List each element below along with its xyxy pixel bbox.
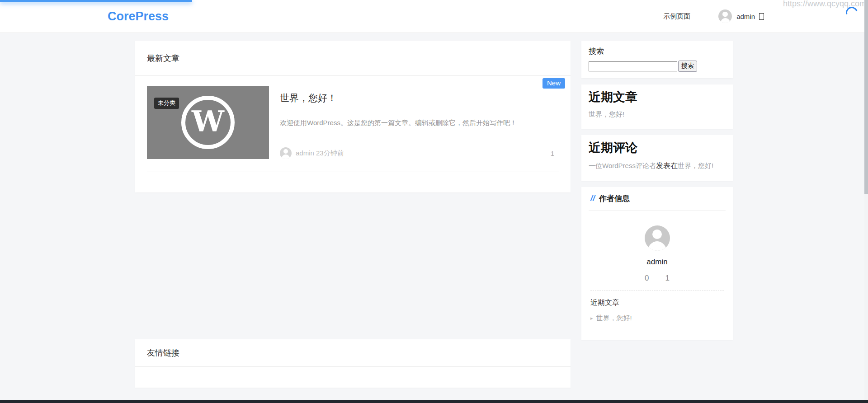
- post-meta-text: admin 23分钟前: [296, 149, 344, 158]
- post-author-avatar: [280, 147, 292, 159]
- friend-links-card: 友情链接: [135, 339, 571, 388]
- wordpress-logo-icon: W: [181, 96, 235, 149]
- search-input[interactable]: [589, 61, 677, 71]
- author-info-title: 作者信息: [599, 193, 630, 204]
- recent-posts-widget: 近期文章 世界，您好!: [581, 84, 733, 129]
- latest-posts-card: 最新文章 New 未分类 W 世界，您好！ 欢迎使用WordPress。这是您的…: [135, 41, 571, 192]
- main-column: 最新文章 New 未分类 W 世界，您好！ 欢迎使用WordPress。这是您的…: [135, 41, 571, 388]
- vertical-scrollbar[interactable]: [864, 0, 868, 400]
- author-stat-comments: 0: [645, 274, 649, 283]
- author-header-divider: [589, 210, 726, 211]
- new-badge: New: [542, 78, 565, 89]
- recent-comments-widget: 近期评论 一位WordPress评论者发表在世界，您好!: [581, 135, 733, 181]
- unrendered-glyph-icon: [759, 13, 764, 20]
- recent-posts-title: 近期文章: [589, 89, 726, 106]
- comment-author-link[interactable]: 一位WordPress评论者: [589, 162, 656, 169]
- author-info-widget: // 作者信息 admin 0 1 近期文章 ▸ 世界，您好!: [581, 187, 733, 340]
- site-logo[interactable]: CorePress: [108, 9, 169, 23]
- search-widget: 搜索 搜索: [581, 41, 733, 78]
- latest-posts-title: 最新文章: [135, 41, 571, 76]
- post-item: 未分类 W 世界，您好！ 欢迎使用WordPress。这是您的第一篇文章。编辑或…: [147, 86, 559, 159]
- site-header: CorePress 示例页面 admin: [0, 0, 868, 33]
- nav-item-sample-page[interactable]: 示例页面: [663, 12, 690, 21]
- author-avatar[interactable]: [645, 225, 670, 251]
- recent-comments-title: 近期评论: [589, 140, 726, 157]
- search-widget-title: 搜索: [589, 46, 726, 56]
- search-button[interactable]: 搜索: [678, 61, 697, 72]
- comment-action-text: 发表在: [656, 162, 678, 169]
- main-column-spacer: [135, 192, 571, 339]
- post-excerpt: 欢迎使用WordPress。这是您的第一篇文章。编辑或删除它，然后开始写作吧！: [280, 118, 559, 128]
- sidebar: 搜索 搜索 近期文章 世界，您好! 近期评论 一位WordPress评论者发表在…: [581, 41, 733, 340]
- post-title[interactable]: 世界，您好！: [280, 92, 559, 104]
- page-loading-progress-bar: [0, 0, 192, 2]
- author-dashed-divider: [590, 290, 724, 291]
- recent-post-link[interactable]: 世界，您好!: [589, 110, 726, 119]
- author-recent-posts-title: 近期文章: [590, 298, 724, 308]
- double-slash-decoration: //: [590, 194, 595, 203]
- friend-links-title: 友情链接: [135, 339, 571, 367]
- author-recent-post-link[interactable]: 世界，您好!: [596, 314, 632, 323]
- author-recent-post-item[interactable]: ▸ 世界，您好!: [590, 314, 724, 323]
- author-stat-posts: 1: [665, 274, 670, 283]
- scrollbar-thumb[interactable]: [864, 0, 868, 194]
- footer-bar: [0, 400, 868, 403]
- user-avatar: [718, 9, 732, 23]
- post-thumbnail[interactable]: 未分类 W: [147, 86, 269, 159]
- friend-links-body: [135, 367, 571, 388]
- post-list-footer: [147, 172, 559, 192]
- chevron-right-icon: ▸: [590, 315, 593, 321]
- author-name[interactable]: admin: [590, 258, 724, 267]
- category-badge[interactable]: 未分类: [154, 98, 179, 109]
- user-name: admin: [736, 13, 755, 20]
- comment-post-link[interactable]: 世界，您好!: [678, 162, 713, 169]
- comment-count: 1: [551, 150, 554, 157]
- user-menu[interactable]: admin: [718, 9, 764, 23]
